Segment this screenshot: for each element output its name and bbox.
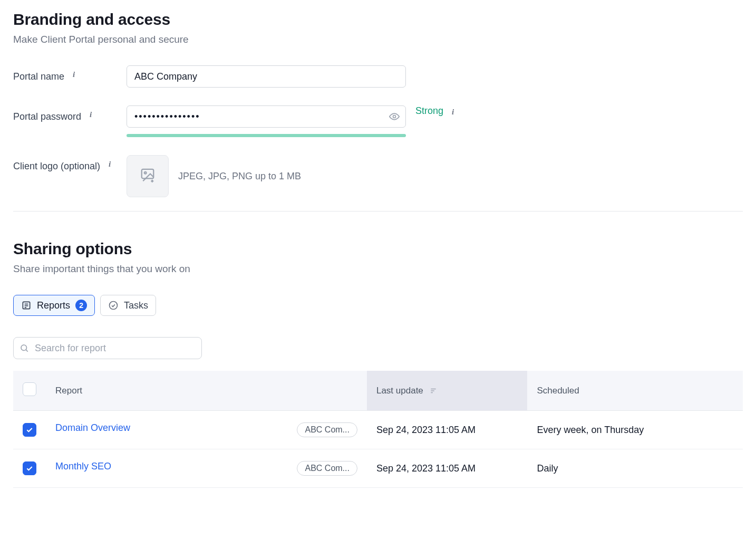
tab-reports[interactable]: Reports 2: [13, 295, 95, 316]
image-upload-icon: [140, 167, 156, 186]
report-link[interactable]: Domain Overview: [55, 422, 130, 433]
row-checkbox[interactable]: [23, 423, 36, 437]
password-strength-bar: [127, 134, 406, 137]
info-icon[interactable]: i: [86, 111, 95, 119]
search-icon: [20, 343, 29, 353]
info-icon[interactable]: i: [449, 108, 457, 117]
tab-tasks[interactable]: Tasks: [100, 295, 156, 316]
portal-name-input[interactable]: [127, 65, 406, 88]
portal-password-input[interactable]: [127, 105, 406, 128]
info-icon[interactable]: i: [105, 160, 114, 169]
scheduled-cell: Every week, on Thursday: [527, 411, 743, 449]
last-update-cell: Sep 24, 2023 11:05 AM: [367, 449, 527, 488]
col-last-update-label: Last update: [376, 386, 423, 396]
logo-upload-box[interactable]: [127, 155, 169, 197]
portal-name-row: Portal name i: [13, 65, 743, 88]
scheduled-cell: Daily: [527, 449, 743, 488]
branding-title: Branding and access: [13, 11, 743, 28]
portal-password-row: Portal password i Strong i: [13, 105, 743, 137]
tab-tasks-label: Tasks: [124, 300, 148, 311]
portal-password-label: Portal password: [13, 110, 81, 124]
client-chip[interactable]: ABC Com...: [297, 422, 357, 437]
sharing-subtitle: Share important things that you work on: [13, 263, 743, 275]
reports-count-badge: 2: [75, 300, 87, 311]
logo-hint-text: JPEG, JPG, PNG up to 1 MB: [178, 171, 301, 182]
client-logo-label: Client logo (optional): [13, 159, 100, 174]
reports-table: Report Last update Scheduled Domain Over…: [13, 371, 743, 488]
table-row: Domain Overview ABC Com... Sep 24, 2023 …: [13, 411, 743, 449]
tab-reports-label: Reports: [37, 300, 70, 311]
section-divider: [13, 211, 743, 211]
branding-subtitle: Make Client Portal personal and secure: [13, 34, 743, 45]
portal-name-label: Portal name: [13, 70, 64, 84]
col-scheduled-header: Scheduled: [527, 371, 743, 411]
report-link[interactable]: Monthly SEO: [55, 461, 111, 472]
svg-point-8: [21, 345, 27, 351]
client-logo-row: Client logo (optional) i JPEG, JPG, PNG …: [13, 155, 743, 197]
reports-icon: [21, 300, 32, 311]
col-report-header: Report: [46, 371, 367, 411]
search-input[interactable]: [13, 337, 202, 359]
eye-icon[interactable]: [389, 111, 400, 122]
client-chip[interactable]: ABC Com...: [297, 461, 357, 476]
col-last-update-header[interactable]: Last update: [367, 371, 527, 411]
svg-point-2: [144, 171, 147, 174]
row-checkbox[interactable]: [23, 461, 36, 475]
svg-point-0: [393, 116, 396, 118]
sort-desc-icon: [429, 387, 438, 395]
table-row: Monthly SEO ABC Com... Sep 24, 2023 11:0…: [13, 449, 743, 488]
tasks-icon: [108, 300, 119, 311]
last-update-cell: Sep 24, 2023 11:05 AM: [367, 411, 527, 449]
sharing-title: Sharing options: [13, 240, 743, 258]
svg-line-9: [26, 350, 27, 351]
password-strength-text: Strong: [415, 105, 443, 117]
info-icon[interactable]: i: [70, 71, 78, 79]
svg-point-7: [110, 302, 118, 310]
select-all-checkbox[interactable]: [23, 382, 36, 396]
